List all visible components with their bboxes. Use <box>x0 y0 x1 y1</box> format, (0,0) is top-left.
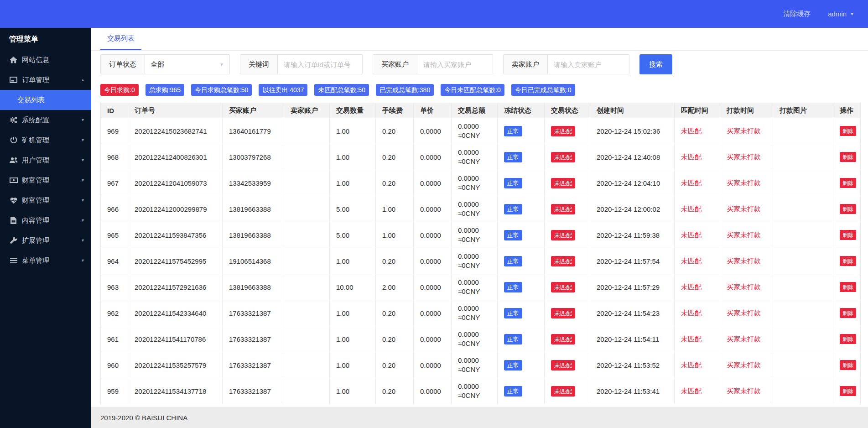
file-icon <box>9 217 18 224</box>
cell-unit-price: 0.0000 <box>414 248 452 274</box>
cell-buyer: 13640161779 <box>223 118 284 144</box>
stat-badge: 已完成总笔数:380 <box>376 84 434 96</box>
sidebar-item-content-management[interactable]: 内容管理 ▼ <box>0 210 91 230</box>
table-row: 9672020122412041059073133425339591.000.2… <box>101 170 861 196</box>
cell-buyer: 17633321387 <box>223 352 284 378</box>
sidebar-item-label: 网站信息 <box>22 56 85 64</box>
order-status-select[interactable]: 全部 ▼ <box>145 55 229 74</box>
buyer-label: 买家账户 <box>373 55 417 74</box>
delete-button[interactable]: 删除 <box>840 230 856 240</box>
total-amount: 0.0000 <box>458 200 497 209</box>
trade-status-badge: 未匹配 <box>551 282 575 292</box>
cell-buyer: 13342533959 <box>223 170 284 196</box>
stat-badge: 今日未匹配总笔数:0 <box>441 84 504 96</box>
freeze-status-badge: 正常 <box>504 126 522 136</box>
sidebar-item-website-info[interactable]: 网站信息 <box>0 50 91 70</box>
cell-total: 0.0000≈0CNY <box>452 222 498 248</box>
buyer-filter: 买家账户 <box>373 54 493 74</box>
tab-bar: 交易列表 <box>91 28 868 51</box>
seller-input[interactable] <box>548 55 629 74</box>
total-amount: 0.0000 <box>458 278 497 287</box>
delete-button[interactable]: 删除 <box>840 204 856 214</box>
delete-button[interactable]: 删除 <box>840 360 856 370</box>
cell-fee: 0.20 <box>376 352 414 378</box>
table-body: 9692020122415023682741136401617791.000.2… <box>101 118 861 404</box>
order-status-label: 订单状态 <box>101 55 145 74</box>
delete-button[interactable]: 删除 <box>840 256 856 266</box>
sidebar-item-menu-management[interactable]: 菜单管理 ▼ <box>0 251 91 271</box>
sidebar-item-miner-management[interactable]: 矿机管理 ▼ <box>0 130 91 150</box>
page: 清除缓存 admin ▼ 管理菜单 网站信息 订单管理 ▲ <box>0 0 868 428</box>
list-icon <box>9 257 18 264</box>
sidebar-item-wealth-management[interactable]: 财富管理 ▼ <box>0 170 91 190</box>
cell-pay-image <box>773 222 833 248</box>
user-menu[interactable]: admin ▼ <box>828 10 854 18</box>
search-button[interactable]: 搜索 <box>639 54 672 74</box>
delete-button[interactable]: 删除 <box>840 178 856 188</box>
cell-buyer: 17633321387 <box>223 300 284 326</box>
cell-freeze-status: 正常 <box>498 118 545 144</box>
cell-created-at: 2020-12-24 11:54:11 <box>590 326 675 352</box>
sidebar-item-extension-management[interactable]: 扩展管理 ▼ <box>0 230 91 251</box>
cell-buyer: 13819663388 <box>223 196 284 222</box>
total-amount: 0.0000 <box>458 356 497 365</box>
total-amount: 0.0000 <box>458 148 497 157</box>
cell-freeze-status: 正常 <box>498 378 545 404</box>
total-amount: 0.0000 <box>458 330 497 339</box>
column-header: 买家账户 <box>223 103 284 118</box>
freeze-status-badge: 正常 <box>504 334 522 344</box>
sidebar-item-system-config[interactable]: 系统配置 ▼ <box>0 110 91 130</box>
cell-buyer: 19106514368 <box>223 248 284 274</box>
cell-id: 964 <box>101 248 128 274</box>
delete-button[interactable]: 删除 <box>840 386 856 396</box>
keyword-input[interactable] <box>278 55 362 74</box>
buyer-input[interactable] <box>417 55 493 74</box>
column-header: 匹配时间 <box>675 103 720 118</box>
table-row: 9612020122411541170786176333213871.000.2… <box>101 326 861 352</box>
cell-buyer: 17633321387 <box>223 378 284 404</box>
cell-id: 965 <box>101 222 128 248</box>
delete-button[interactable]: 删除 <box>840 334 856 344</box>
cell-quantity: 1.00 <box>330 326 376 352</box>
cell-unit-price: 0.0000 <box>414 144 452 170</box>
sidebar-item-order-management[interactable]: 订单管理 ▲ <box>0 70 91 90</box>
sidebar-title: 管理菜单 <box>0 29 91 50</box>
cell-quantity: 5.00 <box>330 196 376 222</box>
cell-total: 0.0000≈0CNY <box>452 274 498 300</box>
cell-match-time: 未匹配 <box>675 326 720 352</box>
delete-button[interactable]: 删除 <box>840 126 856 136</box>
cell-trade-status: 未匹配 <box>545 196 590 222</box>
sidebar-item-user-management[interactable]: 用户管理 ▼ <box>0 150 91 170</box>
sidebar-item-trade-list[interactable]: 交易列表 <box>0 90 91 110</box>
total-approx: ≈0CNY <box>458 365 497 374</box>
clear-cache-link[interactable]: 清除缓存 <box>783 10 811 18</box>
cell-unit-price: 0.0000 <box>414 378 452 404</box>
cell-seller <box>284 196 330 222</box>
sidebar-item-label: 系统配置 <box>22 116 81 125</box>
delete-button[interactable]: 删除 <box>840 308 856 318</box>
freeze-status-badge: 正常 <box>504 308 522 318</box>
cell-trade-status: 未匹配 <box>545 378 590 404</box>
table-row: 9662020122412000299879138196633885.001.0… <box>101 196 861 222</box>
cell-freeze-status: 正常 <box>498 170 545 196</box>
sidebar: 管理菜单 网站信息 订单管理 ▲ 交易列表 <box>0 28 91 428</box>
cell-pay-time: 买家未打款 <box>720 352 773 378</box>
cell-freeze-status: 正常 <box>498 196 545 222</box>
cell-action: 删除 <box>833 352 861 378</box>
cell-total: 0.0000≈0CNY <box>452 144 498 170</box>
cell-created-at: 2020-12-24 12:04:10 <box>590 170 675 196</box>
tab-trade-list[interactable]: 交易列表 <box>100 28 141 50</box>
delete-button[interactable]: 删除 <box>840 282 856 292</box>
cell-unit-price: 0.0000 <box>414 222 452 248</box>
sidebar-item-wealth-management-2[interactable]: 财富管理 ▼ <box>0 190 91 210</box>
delete-button[interactable]: 删除 <box>840 152 856 162</box>
caret-down-icon: ▼ <box>81 238 85 243</box>
cell-id: 959 <box>101 378 128 404</box>
caret-down-icon: ▼ <box>219 62 224 67</box>
cell-unit-price: 0.0000 <box>414 170 452 196</box>
caret-down-icon: ▼ <box>81 218 85 223</box>
cell-fee: 0.20 <box>376 378 414 404</box>
cell-fee: 0.20 <box>376 326 414 352</box>
cell-pay-image <box>773 300 833 326</box>
cell-action: 删除 <box>833 378 861 404</box>
